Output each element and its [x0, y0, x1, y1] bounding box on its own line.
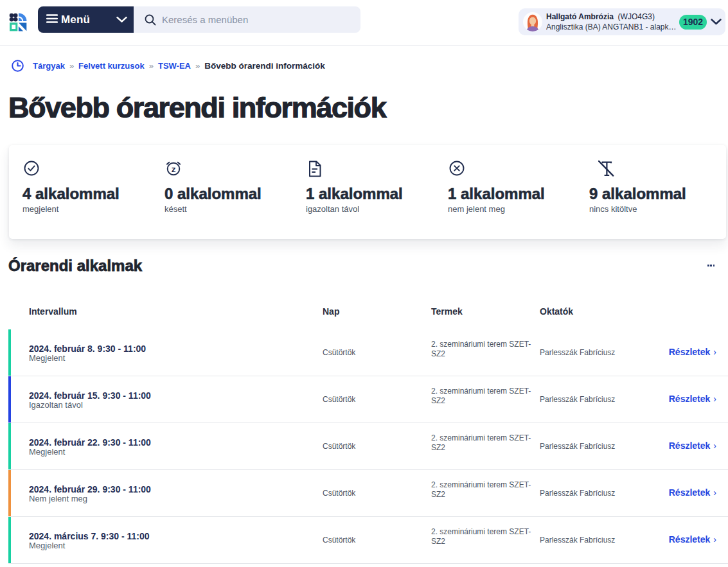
- svg-text:z: z: [172, 164, 176, 174]
